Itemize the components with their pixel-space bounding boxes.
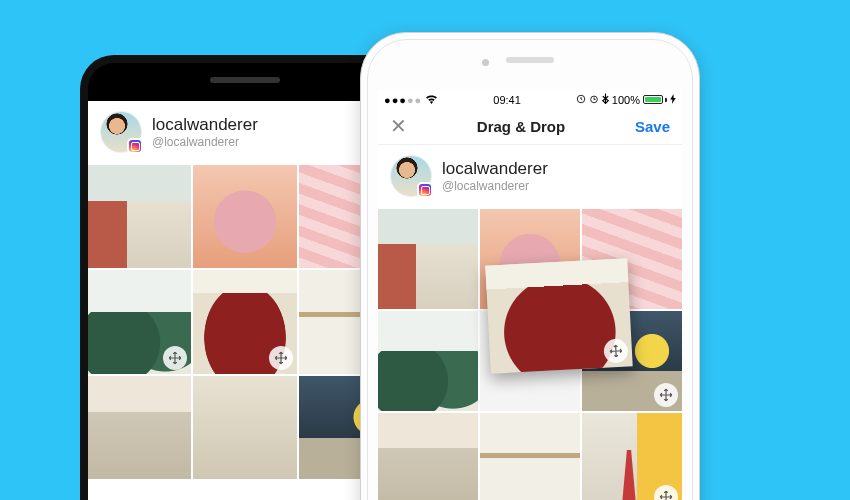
drag-handle-icon[interactable] (163, 346, 187, 370)
grid-item[interactable] (88, 270, 191, 373)
grid-item[interactable] (193, 165, 296, 268)
android-bezel: localwanderer @localwanderer (88, 63, 402, 500)
android-screen: localwanderer @localwanderer (88, 101, 402, 500)
grid-item[interactable] (480, 413, 580, 500)
status-time: 09:41 (493, 94, 521, 106)
nav-title: Drag & Drop (477, 118, 565, 135)
save-button[interactable]: Save (635, 118, 670, 135)
android-speaker (210, 77, 280, 83)
wifi-icon (425, 94, 438, 106)
instagram-badge-icon (417, 182, 433, 198)
drag-handle-icon[interactable] (269, 346, 293, 370)
profile-handle: @localwanderer (152, 135, 258, 149)
grid-item[interactable] (378, 209, 478, 309)
drag-handle-icon[interactable] (654, 383, 678, 407)
grid-item[interactable] (88, 165, 191, 268)
drag-handle-icon[interactable] (654, 485, 678, 500)
alarm-icon (589, 94, 599, 106)
grid-item[interactable] (193, 376, 296, 479)
bluetooth-icon (602, 93, 609, 106)
signal-dots-icon: ●●●●● (384, 94, 422, 106)
profile-header: localwanderer @localwanderer (378, 145, 682, 209)
avatar[interactable] (390, 155, 432, 197)
rotation-lock-icon (576, 94, 586, 106)
charging-icon (670, 94, 676, 106)
profile-header: localwanderer @localwanderer (88, 101, 402, 165)
photo-grid (88, 165, 402, 479)
avatar[interactable] (100, 111, 142, 153)
grid-item[interactable] (378, 413, 478, 500)
instagram-badge-icon (127, 138, 143, 154)
grid-item[interactable] (88, 376, 191, 479)
grid-item[interactable] (582, 413, 682, 500)
dragging-grid-item[interactable] (485, 258, 632, 373)
profile-display-name: localwanderer (152, 115, 258, 135)
battery-percent: 100% (612, 94, 640, 106)
grid-item[interactable] (193, 270, 296, 373)
close-button[interactable]: ✕ (390, 116, 407, 136)
profile-handle: @localwanderer (442, 179, 548, 193)
nav-bar: ✕ Drag & Drop Save (378, 108, 682, 145)
profile-display-name: localwanderer (442, 159, 548, 179)
status-bar: ●●●●● 09:41 100% (378, 90, 682, 108)
battery-icon (643, 95, 667, 104)
grid-item[interactable] (378, 311, 478, 411)
drag-handle-icon[interactable] (603, 338, 628, 363)
